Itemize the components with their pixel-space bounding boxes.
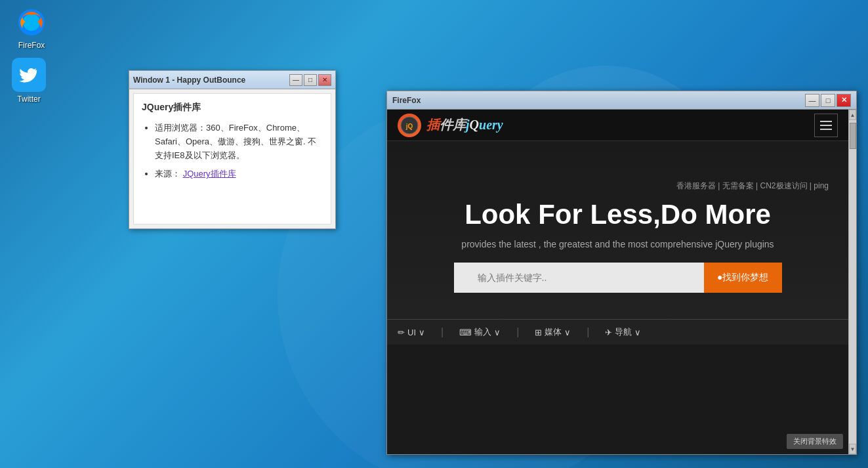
jquery-logo-text: 插件库jQuery [426,116,503,134]
scrollbar-down-arrow[interactable]: ▼ [849,444,856,454]
window-outbounce-heading: JQuery插件库 [142,102,323,114]
firefox-window-title: FireFox [392,96,421,105]
search-button[interactable]: ●找到你梦想 [704,263,781,293]
jquery-navbar: jQ 插件库jQuery [387,110,848,141]
firefox-titlebar[interactable]: FireFox — □ ✕ [387,91,856,110]
scrollbar-up-arrow[interactable]: ▲ [849,110,856,120]
browser-inner: jQ 插件库jQuery 香港服务器 | 无 [387,110,848,454]
toolbar-divider: | [516,326,519,338]
jquery-logo-icon: jQ [398,114,421,137]
desktop-icon-firefox[interactable]: FireFox [8,7,55,50]
toolbar-divider: | [441,326,444,338]
svg-point-1 [23,14,40,31]
hamburger-button[interactable] [814,114,838,137]
window-outbounce-content: JQuery插件库 适用浏览器：360、FireFox、Chrome、Safar… [133,93,331,224]
pencil-icon: ✏ [398,328,405,337]
hamburger-line [820,125,832,126]
nav-icon: ✈ [605,328,612,337]
list-item: 适用浏览器：360、FireFox、Chrome、Safari、Opera、傲游… [155,121,323,162]
chevron-down-icon: ∨ [564,328,571,337]
window-firefox: FireFox — □ ✕ jQ [386,91,857,455]
window-outbounce-close[interactable]: ✕ [318,74,331,86]
window-outbounce: Window 1 - Happy OutBounce — □ ✕ JQuery插… [129,70,336,229]
jquery-logo: jQ 插件库jQuery [398,114,503,137]
firefox-icon-image [16,7,47,38]
toolbar-item-nav[interactable]: ✈ 导航 ∨ [605,326,641,338]
jquery-hero: 香港服务器 | 无需备案 | CN2极速访问 | ping Look For L… [387,141,848,319]
window-outbounce-title: Window 1 - Happy OutBounce [133,75,245,85]
window-outbounce-list: 适用浏览器：360、FireFox、Chrome、Safari、Opera、傲游… [142,121,323,181]
window-outbounce-minimize[interactable]: — [289,74,302,86]
toolbar-item-input[interactable]: ⌨ 输入 ∨ [459,326,501,338]
firefox-close[interactable]: ✕ [837,94,851,107]
toolbar-divider: | [587,326,589,338]
toolbar-input-label: 输入 [474,326,491,338]
media-icon: ⊞ [535,328,542,337]
list-item-source-text: 来源： [155,169,183,179]
toolbar-media-label: 媒体 [545,326,562,338]
firefox-minimize[interactable]: — [805,94,819,107]
jquery-site: jQ 插件库jQuery 香港服务器 | 无 [387,110,848,454]
keyboard-icon: ⌨ [459,328,472,337]
status-bar: 香港服务器 | 无需备案 | CN2极速访问 | ping [400,181,835,192]
search-input[interactable] [454,263,705,293]
hamburger-line [820,129,832,130]
search-bar: 🔍 ●找到你梦想 [454,263,782,293]
toolbar-item-media[interactable]: ⊞ 媒体 ∨ [535,326,571,338]
chevron-down-icon: ∨ [419,328,425,337]
hamburger-line [820,121,832,122]
firefox-icon-label: FireFox [18,41,45,50]
chevron-down-icon: ∨ [634,328,641,337]
firefox-controls: — □ ✕ [805,94,851,107]
window-outbounce-titlebar[interactable]: Window 1 - Happy OutBounce — □ ✕ [129,71,335,89]
window-outbounce-controls: — □ ✕ [289,74,331,86]
hero-subtitle: provides the latest , the greatest and t… [400,239,835,249]
browser-content: jQ 插件库jQuery 香港服务器 | 无 [387,110,856,454]
desktop-icon-twitter[interactable]: Twitter [5,58,52,104]
scrollbar-thumb[interactable] [850,123,856,149]
jquery-link[interactable]: JQuery插件库 [183,169,236,179]
hero-title: Look For Less,Do More [400,198,835,231]
firefox-maximize[interactable]: □ [821,94,835,107]
toolbar-ui-label: UI [407,328,416,337]
close-bg-effects-button[interactable]: 关闭背景特效 [787,434,843,449]
search-wrapper: 🔍 [454,263,705,293]
toolbar-nav-label: 导航 [615,326,632,338]
list-item-link: 来源： JQuery插件库 [155,167,323,181]
toolbar-item-ui[interactable]: ✏ UI ∨ [398,328,425,337]
svg-text:jQ: jQ [405,123,413,130]
site-toolbar: ✏ UI ∨ | ⌨ 输入 ∨ | ⊞ 媒体 ∨ [387,319,848,345]
twitter-icon-image [12,58,46,92]
scrollbar[interactable]: ▲ ▼ [848,110,856,454]
twitter-icon-label: Twitter [17,95,40,104]
chevron-down-icon: ∨ [494,328,501,337]
window-outbounce-maximize[interactable]: □ [304,74,317,86]
